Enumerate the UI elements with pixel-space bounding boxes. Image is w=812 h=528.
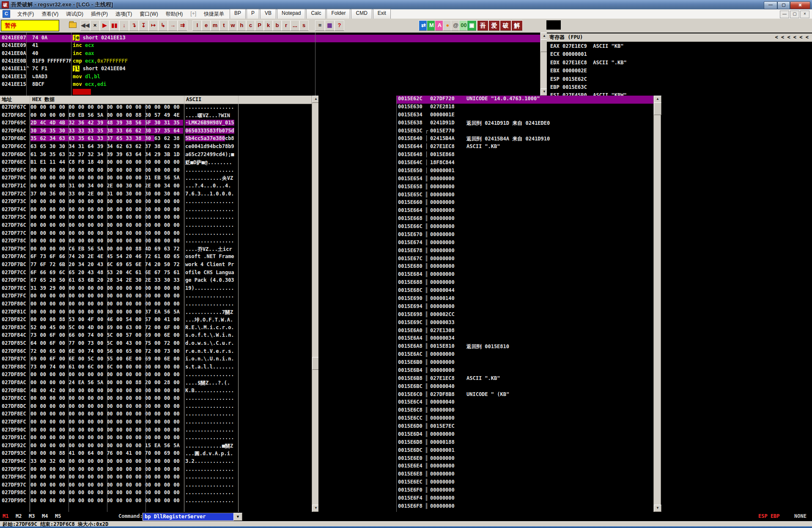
hex-dump-row[interactable]: 027DF85C64006F00770073005C00430075007200… (0, 340, 312, 348)
quick-button-cmd[interactable]: CMD (351, 9, 372, 19)
stack-row[interactable]: 0015E650│00000001 (318, 168, 812, 176)
hex-dump-row[interactable]: 027DF72C3700360033002E003100300030003000… (0, 191, 312, 199)
hex-dump-row[interactable]: 027DF7BC776F726B203420436C69656E74205072… (0, 261, 312, 270)
letter-button-P[interactable]: P (255, 20, 264, 31)
animate-over-icon[interactable]: ↦ (148, 20, 158, 31)
menu-item-8[interactable]: [+] (187, 9, 200, 19)
hex-dump-row[interactable]: 027DF78C00000000000000000000000000000000… (0, 238, 312, 246)
stack-row[interactable]: 0015E660║00000000 (318, 199, 812, 207)
menu-item-7[interactable]: 帮助(H) (162, 9, 187, 19)
stack-row[interactable]: 0015E68C║00000044 (318, 287, 812, 295)
hex-dump-row[interactable]: 027DF8AC0000000024EA565A0000008820002800… (0, 380, 312, 388)
stack-row[interactable]: 0015E690║00000140 (318, 295, 812, 303)
letter-button-r[interactable]: r (281, 20, 291, 31)
hex-dump-row[interactable]: 027DF6DC61363563323732343939636434293B1D… (0, 151, 312, 160)
hex-dump-row[interactable]: 027DF8CC00000000000000000000000000000000… (0, 395, 312, 403)
menu-item-3[interactable]: 调试(D) (62, 9, 87, 19)
hex-dump-row[interactable]: 027DF89C00000000000000000000000000000000… (0, 371, 312, 380)
hex-dump-row[interactable]: 027DF91C00000000000000000000000000000000… (0, 434, 312, 443)
hex-dump-row[interactable]: 027DF6AC30363530333333353833666230373564… (0, 128, 312, 136)
quick-button-bp[interactable]: BP (230, 9, 246, 19)
hex-dump-row[interactable]: 027DF77C00000000000000000000000000000000… (0, 230, 312, 238)
stack-row[interactable]: 0015E694║00000000 (318, 303, 812, 311)
cn-button-4[interactable]: 解 (511, 20, 523, 31)
hex-dump-row[interactable]: 027DF84C73006F00660074005C00570069006E00… (0, 332, 312, 340)
stack-row[interactable]: 0015E6C8║00000000 (318, 407, 812, 415)
help-icon[interactable]: ? (335, 20, 344, 31)
hex-dump-row[interactable]: 027DF97C00000000000000000000000000000000… (0, 482, 312, 490)
stack-row[interactable]: 0015E684║00000000 (318, 271, 812, 279)
m-button-m4[interactable]: M4 (42, 513, 48, 519)
hex-dump-row[interactable]: 027DF99C00000000000000000000000000000000… (0, 498, 312, 506)
stack-row[interactable]: 0015E6CC║00000000 (318, 415, 812, 423)
hex-dump-pane[interactable]: 地址 HEX 数据 ASCII 027DF67C0000000000000000… (0, 96, 312, 512)
stack-row[interactable]: 0015E6C4║00000040 (318, 399, 812, 407)
letter-button-s[interactable]: s (299, 20, 309, 31)
quick-button-exit[interactable]: Exit (373, 9, 391, 19)
stack-row[interactable]: 0015E6A8║0015E810返回到 0015E810 (318, 343, 812, 351)
stack-row[interactable]: 0015E6340000001E (318, 112, 812, 120)
black-box-button[interactable] (546, 20, 561, 30)
menu-item-5[interactable]: 选项(T) (112, 9, 136, 19)
register-row-esp[interactable]: ESP 0015E62C (550, 76, 587, 82)
register-row-eax[interactable]: EAX 027E1EC9 ASCII "KB" (550, 43, 623, 49)
hex-dump-row[interactable]: 027DF6BC35623463633561333765333830636238… (0, 135, 312, 143)
quick-button-folder[interactable]: Folder (326, 9, 350, 19)
stack-row[interactable]: 0015E648│0015E868 (318, 151, 812, 160)
disasm-row[interactable]: 0241EE11^7C F1jl short 0241EE04 (0, 66, 540, 73)
minimize-button[interactable]: — (764, 1, 777, 9)
menu-item-9[interactable]: 快捷菜单 (200, 9, 228, 19)
quick-button-calc[interactable]: Calc (306, 9, 326, 19)
stack-row[interactable]: 0015E63C┌0015E770 (318, 128, 812, 136)
stack-row[interactable]: 0015E6D8║00000188 (318, 439, 812, 447)
hex-dump-row[interactable]: 027DF68C00000000E0EB565A000000883057494E… (0, 112, 312, 120)
stack-row[interactable]: 0015E688║00000000 (318, 279, 812, 287)
hex-dump-row[interactable]: 027DF8BC4B004200000000000000000000000000… (0, 388, 312, 396)
stack-row[interactable]: 0015E664║00000000 (318, 207, 812, 215)
letter-button-k[interactable]: k (263, 20, 273, 31)
hex-dump-row[interactable]: 027DF81C00000000000000000000000037EA565A… (0, 309, 312, 317)
hex-dump-row[interactable]: 027DF70C000000000000000000000000D1EB565A… (0, 175, 312, 183)
stack-row[interactable]: 0015E65C║00000000 (318, 192, 812, 200)
letter-button-m[interactable]: m (210, 20, 220, 31)
registers-chevrons[interactable]: < < < < < < (775, 33, 809, 41)
hex-dump-row[interactable]: 027DF95C00000000000000000000000000000000… (0, 466, 312, 474)
hex-dump-row[interactable]: 027DF74C00000000000000000000000000000000… (0, 206, 312, 214)
mdi-minimize-icon[interactable]: — (780, 11, 789, 18)
mdi-close-icon[interactable]: × (800, 11, 809, 18)
stack-scrollbar[interactable]: ▲ ▼ (653, 96, 661, 512)
stack-row[interactable]: 0015E64C│18F8C844 (318, 160, 812, 168)
register-row-esi[interactable]: ESI 027E45B0 ASCII "KBW" (550, 92, 627, 96)
disasm-row[interactable]: 0241EE13↳8AD3mov dl,bl (0, 74, 540, 81)
stack-row[interactable]: 0015E6EC║00000000 (318, 479, 812, 487)
menu-item-4[interactable]: 插件(P) (87, 9, 112, 19)
hex-dump-row[interactable]: 027DF7FC00000000000000000000000000000000… (0, 293, 312, 301)
stack-scroll-down-icon[interactable]: ▼ (654, 505, 661, 512)
stack-row[interactable]: 0015E6BC║00000040 (318, 383, 812, 391)
stack-row[interactable]: 0015E6A0║027E1308 (318, 327, 812, 336)
windows-icon[interactable]: ▦ (325, 20, 335, 31)
registers-pane[interactable]: 寄存器 (FPU) < < < < < < EAX 027E1EC9 ASCII… (547, 33, 812, 96)
pause-icon[interactable]: ▮▮ (110, 20, 119, 31)
hex-dump-row[interactable]: 027DF80C00000000000000000000000000000000… (0, 301, 312, 309)
stack-row[interactable]: 0015E62C027DF720UNICODE "14.0.4763.1000" (318, 96, 812, 104)
cn-button-1[interactable]: 吾 (477, 20, 488, 31)
stack-row[interactable]: 0015E658║00000000 (318, 184, 812, 192)
hex-dump-row[interactable]: 027DF87C69006F006E005C0055006E0069006E00… (0, 356, 312, 364)
stack-row[interactable]: 0015E678║00000000 (318, 248, 812, 256)
menu-item-6[interactable]: 窗口(W) (136, 9, 162, 19)
hex-dump-row[interactable]: 027DF8EC00000000000000000000000000000000… (0, 411, 312, 419)
hex-dump-row[interactable]: 027DF7AC6F736F6674202E4E4554204672616D65… (0, 253, 312, 261)
hex-dump-row[interactable]: 027DF6FC00000000000000000000000000000000… (0, 167, 312, 175)
disasm-row[interactable]: 0241EE0941inc ecx (0, 42, 540, 50)
hex-dump-row[interactable]: 027DF79C00000000C6EB565A000000884D696372… (0, 246, 312, 254)
letter-button-e[interactable]: e (201, 20, 211, 31)
command-dropdown-icon[interactable]: ▼ (233, 513, 242, 521)
stack-row[interactable]: 0015E6D0║0015E7EC (318, 423, 812, 431)
stack-row[interactable]: 0015E67C║00000000 (318, 256, 812, 264)
hex-dump-row[interactable]: 027DF82C0000008853004F004600540057004100… (0, 316, 312, 324)
stack-row[interactable]: 0015E6F4║00000000 (318, 495, 812, 503)
register-row-ebx[interactable]: EBX 0000002E (550, 68, 587, 74)
hex-dump-row[interactable]: 027DF98C00000000000000000000000000000000… (0, 490, 312, 498)
run-icon[interactable]: ▶ (100, 20, 110, 31)
